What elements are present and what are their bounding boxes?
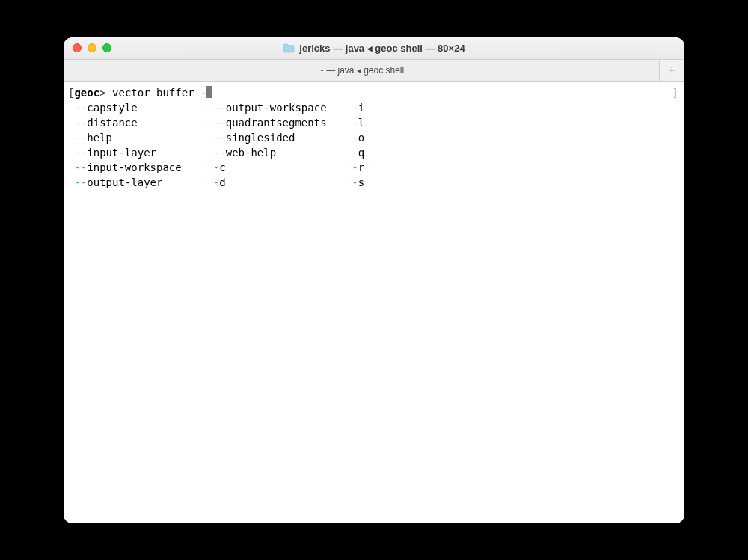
list-item[interactable]: -c — [206, 160, 345, 175]
list-item[interactable]: -q — [346, 145, 396, 160]
list-item[interactable]: --distance — [68, 115, 206, 130]
new-tab-button[interactable]: + — [659, 60, 684, 81]
list-item[interactable]: --capstyle — [68, 100, 206, 115]
list-item[interactable]: --help — [68, 130, 206, 145]
prompt-gt: > — [99, 87, 105, 99]
list-item[interactable]: --output-layer — [68, 175, 206, 190]
list-item[interactable]: -o — [346, 130, 396, 145]
terminal-window: jericks — java ◂ geoc shell — 80×24 ~ — … — [64, 37, 684, 523]
list-item[interactable]: --input-workspace — [68, 160, 206, 175]
list-item[interactable]: --output-workspace — [206, 100, 345, 115]
list-item[interactable]: --input-layer — [68, 145, 206, 160]
completion-col-2: --output-workspace --quadrantsegments --… — [206, 100, 345, 190]
close-icon[interactable] — [73, 43, 82, 52]
list-item[interactable]: --quadrantsegments — [206, 115, 345, 130]
cursor-icon — [206, 86, 212, 98]
minimize-icon[interactable] — [88, 43, 96, 52]
completions-list: --capstyle --distance --help --input-lay… — [68, 100, 680, 190]
completion-col-1: --capstyle --distance --help --input-lay… — [68, 100, 206, 190]
plus-icon: + — [669, 64, 675, 77]
terminal-content[interactable]: ][geoc> vector buffer - --capstyle --dis… — [64, 82, 684, 523]
list-item[interactable]: --web-help — [206, 145, 345, 160]
list-item[interactable]: -d — [206, 175, 345, 190]
list-item[interactable]: -s — [346, 175, 396, 190]
command-text: vector buffer - — [112, 87, 206, 99]
list-item[interactable]: --singlesided — [206, 130, 345, 145]
tab-label: ~ — java ◂ geoc shell — [319, 65, 404, 76]
titlebar[interactable]: jericks — java ◂ geoc shell — 80×24 — [64, 37, 684, 60]
window-title-text: jericks — java ◂ geoc shell — 80×24 — [299, 43, 465, 54]
tab-active[interactable]: ~ — java ◂ geoc shell — [64, 60, 659, 81]
zoom-icon[interactable] — [102, 43, 111, 52]
list-item[interactable]: -l — [346, 115, 396, 130]
prompt-name: geoc — [74, 87, 99, 99]
traffic-lights — [73, 43, 111, 52]
window-title: jericks — java ◂ geoc shell — 80×24 — [64, 43, 684, 54]
list-item[interactable]: -i — [346, 100, 396, 115]
list-item[interactable]: -r — [346, 160, 396, 175]
tabbar: ~ — java ◂ geoc shell + — [64, 60, 684, 82]
prompt-close-bracket: ] — [672, 85, 678, 100]
completion-col-3: -i -l -o -q -r -s — [346, 100, 396, 190]
folder-icon — [283, 43, 295, 53]
